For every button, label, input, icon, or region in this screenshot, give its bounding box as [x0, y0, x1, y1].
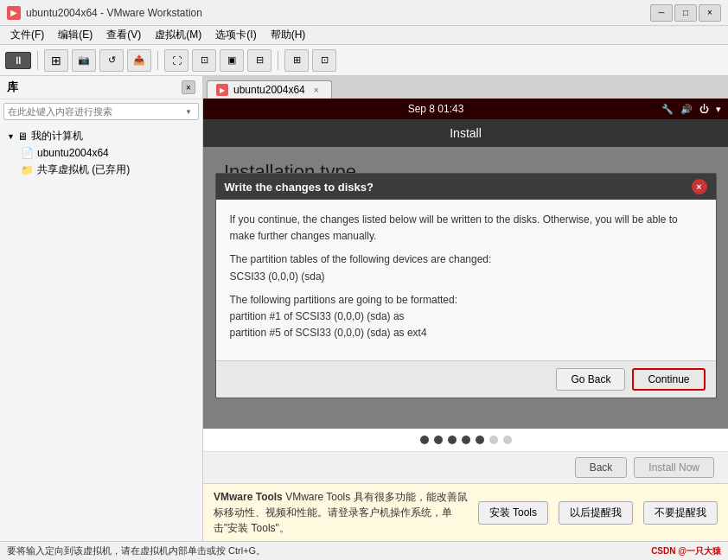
maximize-button[interactable]: □ — [674, 4, 697, 22]
dialog-text-2: The partition tables of the following de… — [230, 251, 702, 284]
back-button[interactable]: Back — [575, 457, 628, 478]
no-remind-button[interactable]: 不要提醒我 — [643, 501, 718, 525]
nav-dots — [203, 429, 728, 451]
sidebar-title: 库 — [7, 80, 18, 95]
sidebar-header: 库 × — [0, 76, 202, 99]
computer-icon: 🖥 — [17, 130, 28, 143]
toolbar-view2-btn[interactable]: ⊟ — [247, 49, 271, 72]
network-icon: 🔧 — [661, 104, 674, 115]
menu-file[interactable]: 文件(F) — [3, 26, 51, 44]
power-icon: ⏻ — [699, 104, 709, 114]
minimize-button[interactable]: ─ — [650, 4, 673, 22]
status-bar: 要将输入定向到该虚拟机，请在虚拟机内部单击或按 Ctrl+G。 CSDN @一只… — [0, 541, 728, 560]
toolbar-copy-btn[interactable]: ⊞ — [44, 49, 68, 72]
vm-screen[interactable]: Sep 8 01:43 🔧 🔊 ⏻ ▾ Install Installation… — [203, 99, 728, 483]
tab-label: ubuntu2004x64 — [233, 84, 305, 96]
my-computer-label: 我的计算机 — [31, 129, 83, 143]
dialog-close-button[interactable]: × — [692, 179, 707, 194]
toolbar-unity-btn[interactable]: ⊡ — [192, 49, 216, 72]
menu-edit[interactable]: 编辑(E) — [51, 26, 99, 44]
sidebar-tree: ▼ 🖥 我的计算机 📄 ubuntu2004x64 📁 共享虚拟机 (已弃用) — [0, 124, 202, 541]
installer-header-text: Install — [450, 126, 482, 140]
status-right: CSDN @一只大猿 — [651, 545, 721, 557]
go-back-button[interactable]: Go Back — [556, 368, 625, 391]
ubuntu-topbar: Sep 8 01:43 🔧 🔊 ⏻ ▾ — [203, 99, 728, 119]
sidebar-item-ubuntu[interactable]: 📄 ubuntu2004x64 — [17, 145, 199, 161]
toolbar-separator-1 — [37, 51, 38, 70]
nav-dot-6 — [489, 436, 498, 444]
status-text: 要将输入定向到该虚拟机，请在虚拟机内部单击或按 Ctrl+G。 — [7, 544, 265, 557]
window-controls: ─ □ × — [650, 4, 721, 22]
toolbar-settings-btn[interactable]: ⊡ — [312, 49, 336, 72]
sidebar-item-shared[interactable]: 📁 共享虚拟机 (已弃用) — [17, 161, 199, 179]
toolbar-separator-2 — [157, 51, 158, 70]
tab-bar: ▶ ubuntu2004x64 × — [203, 76, 728, 99]
menu-bar: 文件(F) 编辑(E) 查看(V) 虚拟机(M) 选项卡(I) 帮助(H) — [0, 26, 728, 45]
close-button[interactable]: × — [699, 4, 721, 22]
dialog-body: If you continue, the changes listed belo… — [216, 200, 716, 360]
dialog-overlay: Write the changes to disks? × If you con… — [203, 147, 728, 429]
nav-dot-2 — [434, 436, 443, 444]
dialog-text-1: If you continue, the changes listed belo… — [230, 212, 702, 245]
csdn-logo: CSDN @一只大猿 — [651, 545, 721, 557]
pause-button[interactable]: ⏸ — [5, 52, 31, 69]
sidebar-item-my-computer[interactable]: ▼ 🖥 我的计算机 — [3, 127, 199, 145]
toolbar-view1-btn[interactable]: ▣ — [220, 49, 244, 72]
write-changes-dialog: Write the changes to disks? × If you con… — [215, 173, 717, 398]
content-area: ▶ ubuntu2004x64 × Sep 8 01:43 🔧 🔊 ⏻ ▾ — [203, 76, 728, 541]
installer-header: Install — [203, 119, 728, 147]
vmware-tools-text: VMware Tools VMware Tools 具有很多功能，能改善鼠标移动… — [214, 489, 468, 536]
toolbar-console-btn[interactable]: ⊞ — [284, 49, 309, 72]
bottom-buttons: Back Install Now — [575, 457, 714, 478]
vmware-tools-label: VMware Tools VMware Tools 具有很多功能，能改善鼠标移动… — [214, 491, 468, 534]
nav-dot-4 — [462, 436, 470, 444]
sidebar-close-button[interactable]: × — [182, 80, 195, 94]
continue-button[interactable]: Continue — [632, 368, 705, 391]
menu-help[interactable]: 帮助(H) — [264, 26, 313, 44]
ubuntu-vm-label: ubuntu2004x64 — [37, 147, 109, 159]
topbar-time: Sep 8 01:43 — [408, 103, 464, 115]
nav-dot-3 — [448, 436, 457, 444]
tab-ubuntu[interactable]: ▶ ubuntu2004x64 × — [207, 80, 332, 99]
tab-close-button[interactable]: × — [310, 84, 322, 96]
title-bar: ▶ ubuntu2004x64 - VMware Workstation ─ □… — [0, 0, 728, 26]
vm-icon: 📄 — [21, 147, 34, 159]
nav-dot-1 — [420, 436, 429, 444]
toolbar-snapshot-btn[interactable]: 📷 — [72, 49, 96, 72]
shared-icon: 📁 — [21, 164, 34, 176]
search-input[interactable] — [8, 106, 182, 117]
menu-tabs[interactable]: 选项卡(I) — [208, 26, 263, 44]
menu-vm[interactable]: 虚拟机(M) — [148, 26, 208, 44]
ubuntu-installer: Install Installation type This computer … — [203, 119, 728, 483]
topbar-right: 🔧 🔊 ⏻ ▾ — [661, 104, 721, 115]
dialog-title-bar: Write the changes to disks? × — [216, 174, 716, 200]
nav-dot-7 — [503, 436, 512, 444]
menu-view[interactable]: 查看(V) — [99, 26, 148, 44]
app-icon: ▶ — [7, 6, 21, 20]
main-layout: 库 × ▼ ▼ 🖥 我的计算机 📄 ubuntu2004x64 📁 共享虚拟机 … — [0, 76, 728, 541]
vmware-tools-banner: VMware Tools VMware Tools 具有很多功能，能改善鼠标移动… — [203, 483, 728, 541]
dialog-text-3: The following partitions are going to be… — [230, 292, 702, 342]
installer-bottom: Back Install Now — [203, 451, 728, 483]
topbar-menu-icon: ▾ — [716, 104, 721, 115]
install-now-button[interactable]: Install Now — [634, 457, 714, 478]
window-title: ubuntu2004x64 - VMware Workstation — [26, 7, 650, 19]
search-box: ▼ — [3, 103, 199, 120]
toolbar-revert-btn[interactable]: ↺ — [99, 49, 124, 72]
expand-icon: ▼ — [7, 132, 16, 141]
install-tools-button[interactable]: 安装 Tools — [478, 501, 548, 525]
shared-label: 共享虚拟机 (已弃用) — [37, 162, 130, 177]
dialog-footer: Go Back Continue — [216, 360, 716, 398]
volume-icon: 🔊 — [680, 104, 693, 115]
installer-body: Installation type This computer currentl… — [203, 147, 728, 429]
nav-dot-5 — [476, 436, 484, 444]
toolbar: ⏸ ⊞ 📷 ↺ 📤 ⛶ ⊡ ▣ ⊟ ⊞ ⊡ — [0, 45, 728, 76]
toolbar-fullscreen-btn[interactable]: ⛶ — [164, 49, 188, 72]
remind-later-button[interactable]: 以后提醒我 — [559, 501, 633, 525]
dialog-title: Write the changes to disks? — [225, 181, 374, 194]
search-dropdown-icon[interactable]: ▼ — [182, 105, 195, 118]
toolbar-send-btn[interactable]: 📤 — [127, 49, 151, 72]
tab-vm-icon: ▶ — [216, 84, 228, 96]
toolbar-separator-3 — [278, 51, 278, 70]
sidebar: 库 × ▼ ▼ 🖥 我的计算机 📄 ubuntu2004x64 📁 共享虚拟机 … — [0, 76, 203, 541]
